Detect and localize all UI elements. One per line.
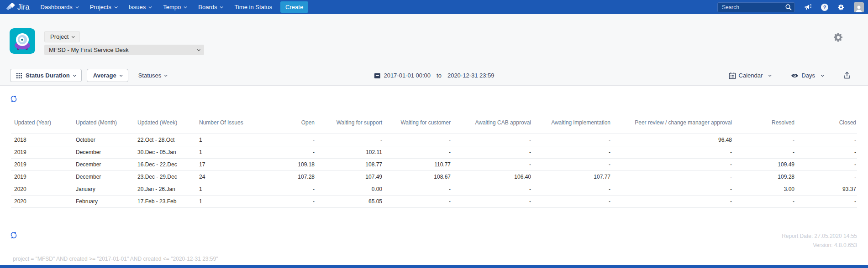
report-type-label: Status Duration [26, 72, 70, 79]
megaphone-icon[interactable] [804, 4, 812, 11]
calendar-dropdown[interactable]: Calendar [729, 72, 771, 79]
header-cell: Waiting for support [316, 111, 383, 134]
table-cell: 108.67 [383, 171, 452, 183]
table-cell: December [73, 146, 134, 159]
chevron-down-icon [184, 5, 187, 8]
table-cell: - [532, 146, 611, 159]
table-cell: - [383, 183, 452, 196]
table-cell: - [532, 183, 611, 196]
jira-logo-icon [6, 3, 15, 11]
chevron-down-icon [768, 73, 772, 77]
nav-item-label: Dashboards [41, 4, 73, 10]
navbar-right: ? [717, 2, 864, 12]
unit-label: Days [801, 72, 815, 79]
user-avatar[interactable] [854, 2, 864, 12]
table-body: 2018October22.Oct - 28.Oct1-----96.48--2… [11, 134, 857, 208]
table-cell: 2019 [11, 171, 73, 183]
header-cell: Updated (Week) [134, 111, 196, 134]
table-cell: 24 [196, 171, 247, 183]
table-cell: - [733, 196, 795, 208]
table-cell: 106.40 [452, 171, 532, 183]
report-header: Project MFSD - My First Service Desk [0, 14, 868, 86]
date-to: 2020-12-31 23:59 [447, 72, 494, 79]
nav-item-label: Time in Status [234, 4, 272, 10]
create-button[interactable]: Create [280, 1, 308, 13]
statuses-label: Statuses [138, 72, 162, 79]
report-version: Version: 4.8.0.653 [782, 241, 857, 250]
nav-item-projects[interactable]: Projects [90, 4, 117, 10]
chevron-down-icon [164, 73, 168, 77]
table-cell: 109.49 [733, 159, 795, 171]
table-cell: February [73, 196, 134, 208]
table-cell: - [452, 159, 532, 171]
unit-dropdown[interactable]: Days [791, 72, 823, 79]
help-question-glyph: ? [821, 4, 828, 11]
date-range-picker[interactable]: 2017-01-01 00:00 to 2020-12-31 23:59 [374, 69, 494, 82]
search-wrap [717, 2, 795, 12]
chevron-down-icon [149, 5, 152, 8]
table-cell: 17 [196, 159, 247, 171]
nav-item-tempo[interactable]: Tempo [163, 4, 186, 10]
navbar-menu: DashboardsProjectsIssuesTempoBoardsTime … [41, 4, 273, 10]
nav-item-dashboards[interactable]: Dashboards [41, 4, 78, 10]
project-scope-label: Project [50, 33, 68, 40]
table-cell: - [795, 159, 857, 171]
table-cell: 1 [196, 183, 247, 196]
table-cell: - [452, 183, 532, 196]
table-row: 2019December16.Dec - 22.Dec17109.18108.7… [11, 159, 857, 171]
table-cell: - [247, 146, 316, 159]
nav-item-time-in-status[interactable]: Time in Status [234, 4, 272, 10]
bottom-bar [0, 265, 868, 268]
calendar-icon [729, 72, 736, 79]
header-cell: Closed [795, 111, 857, 134]
table-cell: - [383, 134, 452, 146]
table-cell: 1 [196, 196, 247, 208]
nav-item-label: Issues [129, 4, 146, 10]
help-icon[interactable]: ? [821, 4, 828, 11]
table-cell: 109.28 [733, 171, 795, 183]
settings-gear-icon[interactable] [833, 32, 844, 43]
table-row: 2018October22.Oct - 28.Oct1-----96.48-- [11, 134, 857, 146]
table-cell: - [452, 134, 532, 146]
table-cell: 23.Dec - 29.Dec [134, 171, 196, 183]
nav-item-label: Tempo [163, 4, 181, 10]
table-cell: - [795, 171, 857, 183]
gear-icon[interactable] [837, 4, 845, 11]
table-row: 2020February17.Feb - 23.Feb1-65.05------ [11, 196, 857, 208]
chevron-down-icon [119, 73, 122, 77]
export-button[interactable] [843, 72, 851, 79]
search-input[interactable] [717, 2, 795, 12]
jira-logo[interactable]: Jira [6, 3, 30, 11]
table-cell: October [73, 134, 134, 146]
nav-item-issues[interactable]: Issues [129, 4, 152, 10]
nav-item-boards[interactable]: Boards [198, 4, 222, 10]
project-select[interactable]: MFSD - My First Service Desk [44, 45, 204, 55]
table-cell: - [611, 183, 733, 196]
table-cell: 102.11 [316, 146, 383, 159]
table-row: 2019December30.Dec - 05.Jan1-102.11-----… [11, 146, 857, 159]
project-select-value: MFSD - My First Service Desk [49, 46, 129, 53]
header-cell: Resolved [733, 111, 795, 134]
table-cell: - [452, 146, 532, 159]
table-cell: 22.Oct - 28.Oct [134, 134, 196, 146]
jira-logo-text: Jira [17, 3, 30, 11]
project-row: Project MFSD - My First Service Desk [0, 14, 868, 55]
table-cell: - [247, 134, 316, 146]
table-cell: 3.00 [733, 183, 795, 196]
header-cell: Updated (Month) [73, 111, 134, 134]
table-cell: - [532, 196, 611, 208]
statuses-dropdown[interactable]: Statuses [138, 72, 167, 79]
table-cell: 2018 [11, 134, 73, 146]
refresh-icon[interactable] [10, 232, 17, 239]
refresh-icon[interactable] [10, 95, 17, 103]
toolbar-right: Calendar Days [729, 72, 851, 79]
table-cell: 108.77 [316, 159, 383, 171]
aggregation-dropdown[interactable]: Average [87, 69, 128, 82]
report-type-dropdown[interactable]: Status Duration [10, 69, 82, 82]
search-icon[interactable] [785, 4, 792, 11]
nav-item-label: Projects [90, 4, 111, 10]
table-cell: 1 [196, 134, 247, 146]
table-cell: - [247, 196, 316, 208]
project-scope-button[interactable]: Project [44, 31, 80, 42]
project-avatar [10, 28, 35, 54]
